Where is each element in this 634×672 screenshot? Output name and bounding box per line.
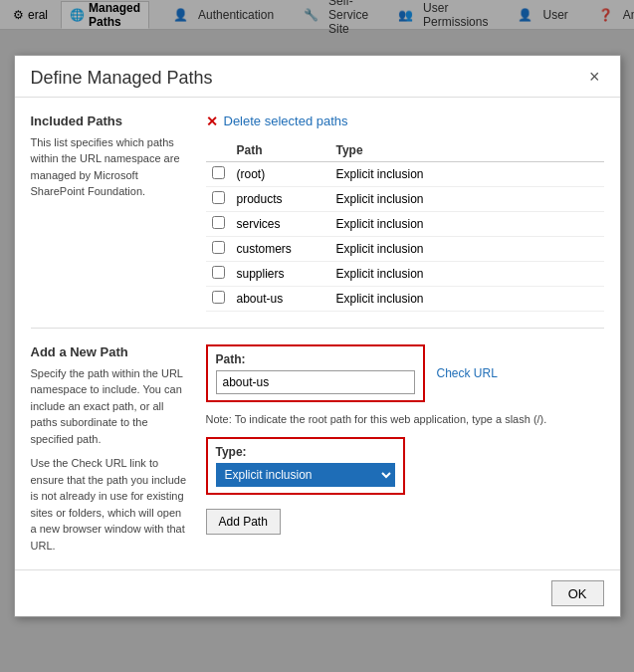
paths-right-panel: ✕ Delete selected paths Path Type (206, 113, 604, 312)
row-type: Explicit inclusion (330, 286, 604, 311)
row-checkbox-cell (206, 261, 231, 286)
delete-x-icon: ✕ (206, 113, 218, 129)
close-button[interactable]: × (585, 68, 604, 86)
row-checkbox[interactable] (212, 266, 225, 279)
dialog: Define Managed Paths × Included Paths Th… (14, 55, 621, 618)
table-row: customers Explicit inclusion (206, 236, 604, 261)
row-type: Explicit inclusion (330, 211, 604, 236)
row-checkbox-cell (206, 161, 231, 186)
row-path: suppliers (231, 261, 330, 286)
row-path: services (231, 211, 330, 236)
delete-selected-row[interactable]: ✕ Delete selected paths (206, 113, 604, 129)
path-note: Note: To indicate the root path for this… (206, 412, 554, 427)
row-checkbox[interactable] (212, 191, 225, 204)
row-type: Explicit inclusion (330, 186, 604, 211)
row-type: Explicit inclusion (330, 161, 604, 186)
add-path-button[interactable]: Add Path (206, 509, 281, 535)
add-path-heading: Add a New Path (31, 344, 190, 359)
included-paths-heading: Included Paths (31, 113, 190, 128)
row-type: Explicit inclusion (330, 236, 604, 261)
row-path: customers (231, 236, 330, 261)
included-paths-desc: This list specifies which paths within t… (31, 134, 190, 200)
type-field-group: Type: Explicit inclusionWildcard inclusi… (206, 437, 405, 495)
row-checkbox-cell (206, 286, 231, 311)
path-input-row (216, 370, 415, 394)
included-paths-panel: Included Paths This list specifies which… (31, 113, 190, 312)
ok-button[interactable]: OK (551, 580, 604, 606)
type-field-label: Type: (216, 445, 395, 459)
paths-table: Path Type (root) Explicit inclusion prod… (206, 139, 604, 312)
table-row: suppliers Explicit inclusion (206, 261, 604, 286)
dialog-footer: OK (15, 569, 620, 616)
dialog-content: Included Paths This list specifies which… (15, 98, 620, 328)
table-row: products Explicit inclusion (206, 186, 604, 211)
path-input[interactable] (216, 370, 415, 394)
row-checkbox[interactable] (212, 216, 225, 229)
row-path: products (231, 186, 330, 211)
table-row: (root) Explicit inclusion (206, 161, 604, 186)
row-checkbox-cell (206, 236, 231, 261)
row-type: Explicit inclusion (330, 261, 604, 286)
type-select[interactable]: Explicit inclusionWildcard inclusion (216, 463, 395, 487)
add-path-left-panel: Add a New Path Specify the path within t… (31, 344, 190, 555)
add-path-desc1: Specify the path within the URL namespac… (31, 365, 190, 448)
row-path: about-us (231, 286, 330, 311)
add-path-right-panel: Path: Check URL Note: To indicate the ro… (206, 344, 604, 555)
row-checkbox-cell (206, 186, 231, 211)
path-field-group: Path: (206, 344, 425, 402)
path-field-label: Path: (216, 352, 415, 366)
row-checkbox[interactable] (212, 241, 225, 254)
row-checkbox[interactable] (212, 166, 225, 179)
row-path: (root) (231, 161, 330, 186)
add-path-desc2: Use the Check URL link to ensure that th… (31, 455, 190, 554)
row-checkbox[interactable] (212, 291, 225, 304)
col-header-checkbox (206, 139, 231, 162)
add-path-section: Add a New Path Specify the path within t… (15, 329, 620, 570)
table-row: about-us Explicit inclusion (206, 286, 604, 311)
row-checkbox-cell (206, 211, 231, 236)
col-header-path: Path (231, 139, 330, 162)
delete-selected-label: Delete selected paths (224, 113, 348, 128)
modal-overlay: Define Managed Paths × Included Paths Th… (0, 0, 634, 672)
dialog-body: Included Paths This list specifies which… (15, 98, 620, 570)
table-row: services Explicit inclusion (206, 211, 604, 236)
check-url-link[interactable]: Check URL (437, 366, 498, 380)
dialog-title: Define Managed Paths (31, 68, 213, 89)
col-header-type: Type (330, 139, 604, 162)
dialog-header: Define Managed Paths × (15, 56, 620, 98)
